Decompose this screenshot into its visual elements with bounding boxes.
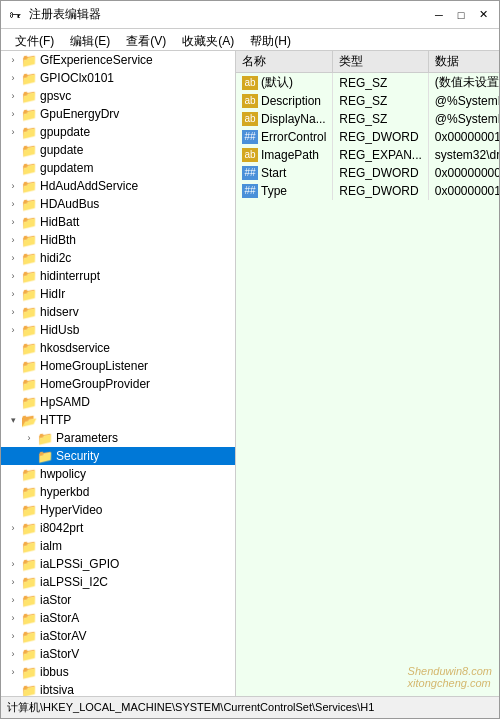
maximize-button[interactable]: □ <box>451 6 471 24</box>
tree-arrow-parameters: › <box>21 433 37 443</box>
folder-icon-homegrouplistener: 📁 <box>21 359 37 374</box>
tree-item-iastor[interactable]: ›📁iaStor <box>1 591 235 609</box>
tree-item-hdaudbus[interactable]: ›📁HDAudBus <box>1 195 235 213</box>
tree-arrow-hidbatt: › <box>5 217 21 227</box>
tree-label-homegroupprovider: HomeGroupProvider <box>40 377 150 391</box>
title-bar-left: 🗝 注册表编辑器 <box>7 6 101 23</box>
minimize-button[interactable]: ─ <box>429 6 449 24</box>
table-row[interactable]: ab(默认)REG_SZ(数值未设置) <box>236 73 499 93</box>
folder-icon-gpioclx0101: 📁 <box>21 71 37 86</box>
tree-item-hwpolicy[interactable]: 📁hwpolicy <box>1 465 235 483</box>
table-row[interactable]: ##TypeREG_DWORD0x00000001 (1) <box>236 182 499 200</box>
tree-item-http[interactable]: ▾📂HTTP <box>1 411 235 429</box>
folder-icon-hidbth: 📁 <box>21 233 37 248</box>
tree-item-hidinterrupt[interactable]: ›📁hidinterrupt <box>1 267 235 285</box>
tree-item-gupdatem[interactable]: 📁gupdatem <box>1 159 235 177</box>
tree-item-hidir[interactable]: ›📁HidIr <box>1 285 235 303</box>
tree-item-ialm[interactable]: 📁ialm <box>1 537 235 555</box>
folder-icon-parameters: 📁 <box>37 431 53 446</box>
tree-item-ibbus[interactable]: ›📁ibbus <box>1 663 235 681</box>
folder-icon-ialpssi_i2c: 📁 <box>21 575 37 590</box>
tree-item-ibtsiva[interactable]: 📁ibtsiva <box>1 681 235 696</box>
table-row[interactable]: abDisplayNa...REG_SZ@%SystemRoot%\s <box>236 110 499 128</box>
tree-label-iastorav: iaStorAV <box>40 629 86 643</box>
menu-item-a[interactable]: 收藏夹(A) <box>174 31 242 48</box>
folder-icon-hkosdservice: 📁 <box>21 341 37 356</box>
cell-data: 0x00000001 (1) <box>428 182 499 200</box>
tree-item-ialpssi_gpio[interactable]: ›📁iaLPSSi_GPIO <box>1 555 235 573</box>
folder-icon-hdaudbus: 📁 <box>21 197 37 212</box>
tree-item-security[interactable]: 📁Security <box>1 447 235 465</box>
folder-icon-iastor: 📁 <box>21 593 37 608</box>
tree-item-gupdate[interactable]: 📁gupdate <box>1 141 235 159</box>
tree-item-hidserv[interactable]: ›📁hidserv <box>1 303 235 321</box>
tree-item-hyperkbd[interactable]: 📁hyperkbd <box>1 483 235 501</box>
table-header-row: 名称类型数据 <box>236 51 499 73</box>
tree-label-ialm: ialm <box>40 539 62 553</box>
tree-label-i8042prt: i8042prt <box>40 521 83 535</box>
folder-icon-hpsamd: 📁 <box>21 395 37 410</box>
table-row[interactable]: ##StartREG_DWORD0x00000000 (0) <box>236 164 499 182</box>
tree-item-parameters[interactable]: ›📁Parameters <box>1 429 235 447</box>
reg-value-icon: ## <box>242 166 258 180</box>
tree-item-iastora[interactable]: ›📁iaStorA <box>1 609 235 627</box>
cell-name: abDescription <box>236 92 333 110</box>
table-row[interactable]: abImagePathREG_EXPAN...system32\drivers\… <box>236 146 499 164</box>
tree-item-homegroupprovider[interactable]: 📁HomeGroupProvider <box>1 375 235 393</box>
cell-type: REG_DWORD <box>333 164 428 182</box>
tree-label-ibtsiva: ibtsiva <box>40 683 74 696</box>
registry-table-container[interactable]: 名称类型数据 ab(默认)REG_SZ(数值未设置)abDescriptionR… <box>236 51 499 696</box>
tree-item-gfexperienceservice[interactable]: ›📁GfExperienceService <box>1 51 235 69</box>
tree-arrow-gfexperienceservice: › <box>5 55 21 65</box>
tree-item-iastorav[interactable]: ›📁iaStorAV <box>1 627 235 645</box>
tree-arrow-ialpssi_i2c: › <box>5 577 21 587</box>
menu-bar: 文件(F)编辑(E)查看(V)收藏夹(A)帮助(H) <box>1 29 499 51</box>
tree-item-hkosdservice[interactable]: 📁hkosdservice <box>1 339 235 357</box>
tree-item-homegrouplistener[interactable]: 📁HomeGroupListener <box>1 357 235 375</box>
tree-label-http: HTTP <box>40 413 71 427</box>
tree-label-hpsamd: HpSAMD <box>40 395 90 409</box>
folder-icon-hidserv: 📁 <box>21 305 37 320</box>
tree-item-iastorv[interactable]: ›📁iaStorV <box>1 645 235 663</box>
tree-label-ialpssi_i2c: iaLPSSi_I2C <box>40 575 108 589</box>
tree-item-gpsvc[interactable]: ›📁gpsvc <box>1 87 235 105</box>
tree-item-gpuenergydrv[interactable]: ›📁GpuEnergyDrv <box>1 105 235 123</box>
cell-data: 0x00000000 (0) <box>428 164 499 182</box>
tree-item-gpioclx0101[interactable]: ›📁GPIOClx0101 <box>1 69 235 87</box>
tree-item-i8042prt[interactable]: ›📁i8042prt <box>1 519 235 537</box>
menu-item-f[interactable]: 文件(F) <box>7 31 62 48</box>
tree-item-hidbth[interactable]: ›📁HidBth <box>1 231 235 249</box>
menu-item-v[interactable]: 查看(V) <box>118 31 174 48</box>
folder-icon-http: 📂 <box>21 413 37 428</box>
tree-item-ialpssi_i2c[interactable]: ›📁iaLPSSi_I2C <box>1 573 235 591</box>
tree-arrow-iastor: › <box>5 595 21 605</box>
tree-item-hdaudaddservice[interactable]: ›📁HdAudAddService <box>1 177 235 195</box>
menu-item-h[interactable]: 帮助(H) <box>242 31 299 48</box>
registry-editor-window: 🗝 注册表编辑器 ─ □ ✕ 文件(F)编辑(E)查看(V)收藏夹(A)帮助(H… <box>0 0 500 719</box>
table-row[interactable]: ##ErrorControlREG_DWORD0x00000001 (1) <box>236 128 499 146</box>
close-button[interactable]: ✕ <box>473 6 493 24</box>
tree-item-hidusb[interactable]: ›📁HidUsb <box>1 321 235 339</box>
menu-item-e[interactable]: 编辑(E) <box>62 31 118 48</box>
tree-item-hypervideo[interactable]: 📁HyperVideo <box>1 501 235 519</box>
tree-item-gpupdate[interactable]: ›📁gpupdate <box>1 123 235 141</box>
folder-icon-gpupdate: 📁 <box>21 125 37 140</box>
tree-arrow-iastora: › <box>5 613 21 623</box>
tree-arrow-hdaudbus: › <box>5 199 21 209</box>
status-path: 计算机\HKEY_LOCAL_MACHINE\SYSTEM\CurrentCon… <box>7 700 374 715</box>
title-bar: 🗝 注册表编辑器 ─ □ ✕ <box>1 1 499 29</box>
tree-item-hpsamd[interactable]: 📁HpSAMD <box>1 393 235 411</box>
tree-label-parameters: Parameters <box>56 431 118 445</box>
table-row[interactable]: abDescriptionREG_SZ@%SystemRoot%\s <box>236 92 499 110</box>
tree-item-hidbatt[interactable]: ›📁HidBatt <box>1 213 235 231</box>
cell-name: abImagePath <box>236 146 333 164</box>
tree-label-ibbus: ibbus <box>40 665 69 679</box>
tree-label-gupdatem: gupdatem <box>40 161 93 175</box>
tree-label-gfexperienceservice: GfExperienceService <box>40 53 153 67</box>
tree-arrow-i8042prt: › <box>5 523 21 533</box>
tree-label-hidserv: hidserv <box>40 305 79 319</box>
reg-value-icon: ## <box>242 184 258 198</box>
tree-panel[interactable]: ›📁GfExperienceService›📁GPIOClx0101›📁gpsv… <box>1 51 236 696</box>
app-icon: 🗝 <box>7 7 23 23</box>
tree-item-hidi2c[interactable]: ›📁hidi2c <box>1 249 235 267</box>
